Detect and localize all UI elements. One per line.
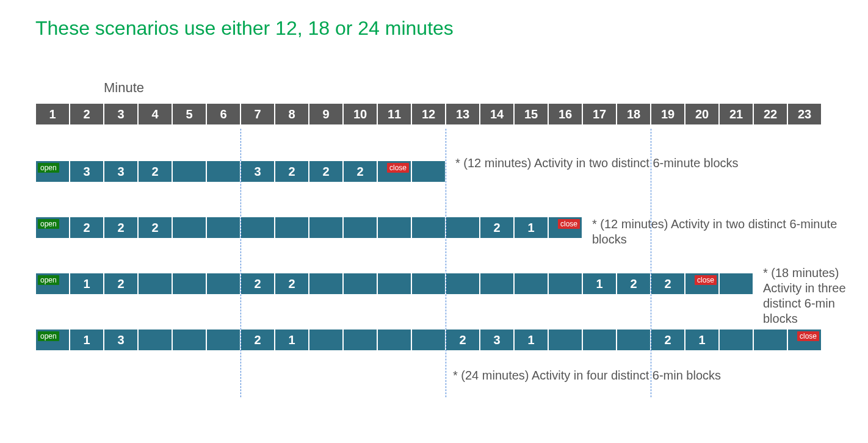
scenario-cell [309, 217, 343, 239]
scenario-cell [138, 273, 172, 295]
scenario-caption: * (12 minutes) Activity in two distinct … [455, 156, 853, 171]
scenario-cell [343, 273, 377, 295]
minute-header-cell: 18 [617, 103, 651, 125]
scenario-cell: 1 [514, 217, 548, 239]
scenario-cell: 2 [651, 273, 685, 295]
page-title: These scenarios use either 12, 18 or 24 … [35, 17, 454, 40]
scenario-cell: 1 [275, 329, 309, 351]
scenario-caption: * (12 minutes) Activity in two distinct … [592, 217, 853, 247]
scenario-cell: 2 [651, 329, 685, 351]
minute-header-cell: 4 [138, 103, 172, 125]
minute-axis-label: Minute [104, 80, 144, 96]
scenario-cell [582, 329, 617, 351]
scenario-cell: 2 [104, 273, 138, 295]
scenario-cell: 2 [241, 273, 275, 295]
minute-header-cell: 3 [104, 103, 138, 125]
minute-header-cell: 14 [480, 103, 514, 125]
scenario-cell [377, 217, 411, 239]
scenario-cell: 1 [70, 273, 104, 295]
scenario-cell [548, 273, 582, 295]
scenario-cell: 2 [70, 217, 104, 239]
minute-header-cell: 2 [70, 103, 104, 125]
scenario-cell: 1 [70, 329, 104, 351]
scenario-cell: 2 [275, 160, 309, 182]
scenario-cell [446, 217, 480, 239]
scenario-cell: 2 [617, 273, 651, 295]
minute-header-cell: 7 [241, 103, 275, 125]
scenario-cell: 3 [70, 160, 104, 182]
scenario-cell: 1 [514, 329, 548, 351]
open-tag: open [38, 331, 59, 341]
scenario-cell [617, 329, 651, 351]
scenario-cell [241, 217, 275, 239]
scenario-cell: 3 [104, 329, 138, 351]
six-minute-divider [651, 129, 651, 397]
minute-header-cell: 1 [35, 103, 70, 125]
minute-header-cell: 10 [343, 103, 377, 125]
scenario-cell [411, 273, 446, 295]
open-tag: open [38, 219, 59, 229]
scenario-cell [411, 217, 446, 239]
minute-header-cell: 17 [582, 103, 617, 125]
scenario-cell [138, 329, 172, 351]
six-minute-divider [446, 129, 446, 397]
scenario-cell: 2 [138, 160, 172, 182]
scenario-cell [719, 329, 753, 351]
close-tag: close [387, 163, 409, 173]
scenario-caption: * (18 minutes) Activity in three distinc… [763, 265, 853, 326]
scenario-cell: 1 [582, 273, 617, 295]
scenario-cell [206, 329, 241, 351]
scenario-cell: 2 [480, 217, 514, 239]
scenario-cell [206, 160, 241, 182]
open-tag: open [38, 275, 59, 285]
scenario-cell [172, 273, 206, 295]
minute-header-cell: 6 [206, 103, 241, 125]
minute-header-cell: 12 [411, 103, 446, 125]
minute-header-cell: 16 [548, 103, 582, 125]
scenario-cell [172, 217, 206, 239]
scenario-cell [172, 160, 206, 182]
scenario-cell [446, 273, 480, 295]
diagram-page: These scenarios use either 12, 18 or 24 … [0, 0, 868, 443]
scenario-cell: 3 [104, 160, 138, 182]
minute-header-cell: 9 [309, 103, 343, 125]
scenario-cell [514, 273, 548, 295]
scenario-cell: 2 [275, 273, 309, 295]
scenario-cell [480, 273, 514, 295]
scenario-cell [275, 217, 309, 239]
scenario-cell: 1 [685, 329, 719, 351]
minute-header-cell: 13 [446, 103, 480, 125]
scenario-cell [206, 217, 241, 239]
scenario-cell [172, 329, 206, 351]
minute-header-cell: 19 [651, 103, 685, 125]
six-minute-divider [241, 129, 241, 397]
scenario-cell: 2 [138, 217, 172, 239]
scenario-cell [206, 273, 241, 295]
close-tag: close [558, 219, 580, 229]
minute-header-cell: 22 [753, 103, 787, 125]
scenario-cell: 3 [480, 329, 514, 351]
open-tag: open [38, 163, 59, 173]
scenario-cell [343, 329, 377, 351]
minute-header-cell: 8 [275, 103, 309, 125]
close-tag: close [797, 331, 819, 341]
scenario-cell [411, 160, 446, 182]
scenario-cell: 2 [446, 329, 480, 351]
scenario-cell: 3 [241, 160, 275, 182]
scenario-cell [309, 273, 343, 295]
minute-header-cell: 5 [172, 103, 206, 125]
scenario-cell [343, 217, 377, 239]
scenario-cell [377, 329, 411, 351]
minute-header-cell: 15 [514, 103, 548, 125]
minute-header-cell: 23 [787, 103, 822, 125]
scenario-cell [411, 329, 446, 351]
scenario-caption: * (24 minutes) Activity in four distinct… [453, 368, 770, 383]
scenario-cell [753, 329, 787, 351]
scenario-cell: 2 [343, 160, 377, 182]
scenario-cell: 2 [309, 160, 343, 182]
scenario-cell: 2 [104, 217, 138, 239]
minute-header-cell: 11 [377, 103, 411, 125]
scenario-cell [719, 273, 753, 295]
scenario-cell [548, 329, 582, 351]
scenario-cell [309, 329, 343, 351]
